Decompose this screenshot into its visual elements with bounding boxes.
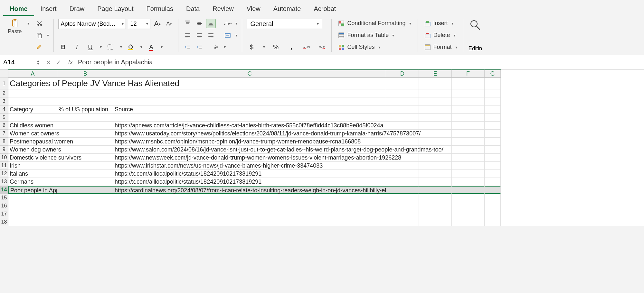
cell-A11[interactable]: Irish: [8, 162, 57, 170]
cell-D11[interactable]: [386, 162, 419, 170]
row-header-11[interactable]: 11: [0, 162, 8, 170]
cell-G17[interactable]: [485, 210, 501, 218]
align-middle-button[interactable]: [194, 19, 204, 28]
cell-E9[interactable]: [419, 146, 452, 154]
cell-G10[interactable]: [485, 154, 501, 162]
cell-G14[interactable]: [485, 186, 501, 194]
row-header-7[interactable]: 7: [0, 130, 8, 138]
cell-F3[interactable]: [452, 97, 485, 105]
cell-F15[interactable]: [452, 194, 485, 202]
cell-E13[interactable]: [419, 178, 452, 186]
cell-C16[interactable]: [113, 202, 386, 210]
name-box-down[interactable]: ▼: [37, 62, 40, 66]
merge-dropdown[interactable]: ▾: [235, 33, 237, 38]
cell-G15[interactable]: [485, 194, 501, 202]
cell-G3[interactable]: [485, 97, 501, 105]
cell-A14[interactable]: Poor people in Appalachia: [8, 186, 57, 194]
cell-styles-button[interactable]: Cell Styles▾: [336, 42, 413, 52]
ribbon-tab-home[interactable]: Home: [3, 3, 34, 16]
cell-G1[interactable]: [485, 78, 501, 89]
cell-D1[interactable]: [386, 78, 419, 89]
col-header-A[interactable]: A: [8, 69, 57, 78]
spreadsheet-grid[interactable]: A B C D E F G 1Categories of People JV V…: [0, 69, 644, 226]
ribbon-tab-data[interactable]: Data: [180, 3, 206, 16]
paste-button[interactable]: Paste: [6, 19, 23, 52]
cell-A1[interactable]: Categories of People JV Vance Has Aliena…: [8, 78, 57, 89]
cell-E14[interactable]: [419, 186, 452, 194]
row-header-9[interactable]: 9: [0, 146, 8, 154]
percent-button[interactable]: %: [271, 42, 280, 52]
cell-D15[interactable]: [386, 194, 419, 202]
cell-G16[interactable]: [485, 202, 501, 210]
cell-A7[interactable]: Women cat owners: [8, 130, 57, 138]
cell-B5[interactable]: [57, 114, 113, 122]
cell-C5[interactable]: [113, 114, 386, 122]
cell-D7[interactable]: [386, 130, 419, 138]
select-all-corner[interactable]: [0, 69, 8, 78]
italic-button[interactable]: I: [72, 42, 81, 52]
col-header-C[interactable]: C: [113, 69, 386, 78]
ribbon-tab-insert[interactable]: Insert: [34, 3, 63, 16]
row-header-1[interactable]: 1: [0, 78, 8, 89]
cell-G6[interactable]: [485, 122, 501, 130]
cell-G12[interactable]: [485, 170, 501, 178]
comma-button[interactable]: ,: [286, 42, 296, 52]
cell-E15[interactable]: [419, 194, 452, 202]
cell-C3[interactable]: [113, 97, 386, 105]
align-left-button[interactable]: [183, 31, 193, 40]
format-as-table-button[interactable]: Format as Table▾: [336, 31, 413, 40]
row-header-12[interactable]: 12: [0, 170, 8, 178]
cell-C18[interactable]: [113, 218, 386, 226]
cell-E11[interactable]: [419, 162, 452, 170]
cell-F12[interactable]: [452, 170, 485, 178]
cell-F8[interactable]: [452, 138, 485, 146]
align-center-button[interactable]: [194, 31, 204, 40]
decrease-font-button[interactable]: A▾: [164, 19, 174, 29]
cell-F14[interactable]: [452, 186, 485, 194]
row-header-5[interactable]: 5: [0, 114, 8, 122]
copy-dropdown[interactable]: ▾: [47, 33, 49, 38]
currency-button[interactable]: $: [247, 42, 256, 52]
cell-A6[interactable]: Childless women: [8, 122, 57, 130]
cell-D2[interactable]: [386, 89, 419, 97]
name-box-up[interactable]: ▲: [37, 59, 40, 62]
cell-B7[interactable]: [57, 130, 113, 138]
borders-dropdown[interactable]: ▾: [120, 45, 122, 49]
cell-B17[interactable]: [57, 210, 113, 218]
cell-D5[interactable]: [386, 114, 419, 122]
cell-B10[interactable]: [57, 154, 113, 162]
cell-E8[interactable]: [419, 138, 452, 146]
align-right-button[interactable]: [206, 31, 216, 40]
cell-F11[interactable]: [452, 162, 485, 170]
cell-D3[interactable]: [386, 97, 419, 105]
cell-A3[interactable]: [8, 97, 57, 105]
cell-C1[interactable]: [113, 78, 386, 89]
cell-B6[interactable]: [57, 122, 113, 130]
ribbon-tab-view[interactable]: View: [240, 3, 267, 16]
ribbon-tab-draw[interactable]: Draw: [63, 3, 91, 16]
cell-E5[interactable]: [419, 114, 452, 122]
cell-G7[interactable]: [485, 130, 501, 138]
row-header-8[interactable]: 8: [0, 138, 8, 146]
cell-C10[interactable]: https://www.newsweek.com/jd-vance-donald…: [113, 154, 386, 162]
cell-A18[interactable]: [8, 218, 57, 226]
fx-label[interactable]: fx: [66, 59, 75, 66]
cell-B3[interactable]: [57, 97, 113, 105]
cell-B8[interactable]: [57, 138, 113, 146]
row-header-14[interactable]: 14: [0, 186, 8, 194]
copy-button[interactable]: [34, 31, 44, 40]
col-header-D[interactable]: D: [386, 69, 419, 78]
insert-cells-button[interactable]: Insert▾: [422, 19, 459, 28]
cancel-formula-button[interactable]: ✕: [46, 59, 51, 66]
cell-C13[interactable]: https://x.com/alllocalpolitic/status/182…: [113, 178, 386, 186]
cell-A15[interactable]: [8, 194, 57, 202]
cell-F1[interactable]: [452, 78, 485, 89]
row-header-17[interactable]: 17: [0, 210, 8, 218]
row-header-16[interactable]: 16: [0, 202, 8, 210]
cell-B9[interactable]: [57, 146, 113, 154]
cell-E1[interactable]: [419, 78, 452, 89]
cell-B1[interactable]: [57, 78, 113, 89]
cut-button[interactable]: [34, 19, 44, 28]
bold-button[interactable]: B: [58, 42, 68, 52]
cell-F18[interactable]: [452, 218, 485, 226]
